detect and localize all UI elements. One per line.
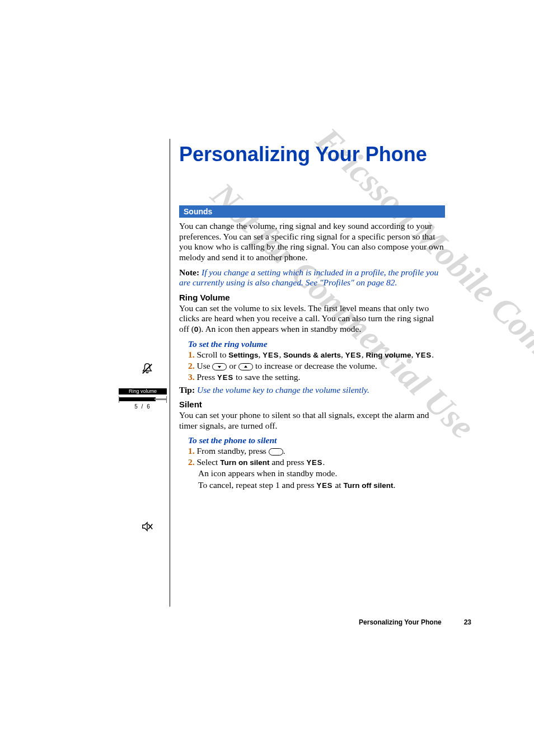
step-number-1: 1. [188, 446, 195, 456]
rv-step-1: 1. Scroll to Settings, YES, Sounds & ale… [188, 349, 454, 360]
down-key-icon [212, 363, 227, 370]
section-header-sounds: Sounds [179, 205, 445, 218]
footer-title: Personalizing Your Phone [359, 618, 442, 626]
rv-s1-pre: Scroll to [197, 350, 229, 359]
step-number-2: 2. [188, 457, 195, 467]
page-margin-rule [170, 139, 170, 607]
up-key-icon [238, 363, 253, 370]
rv-s3-post: to save the setting. [233, 372, 300, 382]
step-number-1: 1. [188, 350, 195, 359]
ring-off-icon [141, 363, 153, 375]
yes-key: YES [306, 458, 322, 467]
sl-s1-pre: From standby, press [197, 446, 269, 456]
rv-step-3: 3. Press YES to save the setting. [188, 372, 454, 383]
note-label: Note: [179, 267, 199, 277]
rv-s3-pre: Press [197, 372, 218, 382]
silent-step-1: 1. From standby, press ≡. [188, 445, 454, 457]
sl-s2-post: . [322, 457, 325, 467]
page-number: 23 [443, 618, 471, 626]
ring-volume-screen-illustration: Ring volume 5 / 6 [119, 388, 167, 410]
sl-sub2-pre: To cancel, repeat step 1 and press [198, 480, 317, 490]
volume-slider [119, 396, 167, 403]
proc-title-silent: To set the phone to silent [188, 435, 470, 445]
sl-s2-pre: Select [197, 457, 221, 467]
ring-volume-heading: Ring Volume [179, 293, 470, 302]
proc-title-ring-volume: To set the ring volume [188, 339, 470, 349]
screen-title: Ring volume [119, 388, 167, 395]
sl-s2-mid: and press [270, 457, 307, 467]
yes-key: YES [317, 481, 333, 490]
intro-paragraph: You can change the volume, ring signal a… [179, 221, 445, 262]
tip-body: Use the volume key to change the volume … [197, 385, 369, 395]
turn-on-silent: Turn on silent [220, 458, 269, 467]
tip-block: Tip: Use the volume key to change the vo… [179, 385, 445, 395]
yes-key: YES [415, 351, 432, 359]
rv-s1-settings: Settings [228, 351, 258, 359]
silent-paragraph: You can set your phone to silent so that… [179, 410, 445, 431]
rv-s1-ringvol: Ring volume [366, 351, 411, 359]
volume-level-text: 5 / 6 [119, 403, 167, 410]
ring-volume-paragraph: You can set the volume to six levels. Th… [179, 303, 445, 335]
page-footer: Personalizing Your Phone 23 [359, 618, 471, 626]
sl-sub2-mid: at [333, 480, 344, 490]
silent-sub-2: To cancel, repeat step 1 and press YES a… [198, 480, 456, 491]
silent-sub-1: An icon appears when in standby mode. [198, 468, 456, 479]
sl-sub2-post: . [393, 480, 395, 490]
menu-key-icon: ≡ [269, 448, 283, 456]
silent-mode-icon [141, 520, 153, 533]
chapter-title: Personalizing Your Phone [179, 142, 470, 166]
turn-off-silent: Turn off silent [343, 481, 393, 490]
svg-line-0 [143, 364, 152, 374]
silent-heading: Silent [179, 400, 470, 409]
note-block: Note: If you change a setting which is i… [179, 267, 445, 288]
note-body-text: If you change a setting which is include… [179, 267, 438, 288]
rv-s2-post: to increase or decrease the volume. [253, 361, 377, 370]
yes-key: YES [345, 351, 362, 359]
sl-s1-post: . [283, 446, 285, 456]
rv-para-b: ). An icon then appears when in standby … [198, 324, 361, 334]
rv-step-2: 2. Use or to increase or decrease the vo… [188, 360, 454, 372]
rv-s2-mid: or [227, 361, 238, 370]
yes-key: YES [263, 351, 279, 359]
rv-s1-sounds: Sounds & alerts [283, 351, 341, 359]
step-number-3: 3. [188, 372, 195, 382]
yes-key: YES [217, 373, 233, 382]
rv-s2-pre: Use [197, 361, 213, 370]
silent-step-2: 2. Select Turn on silent and press YES. [188, 457, 454, 468]
step-number-2: 2. [188, 361, 195, 370]
tip-label: Tip: [179, 385, 195, 395]
